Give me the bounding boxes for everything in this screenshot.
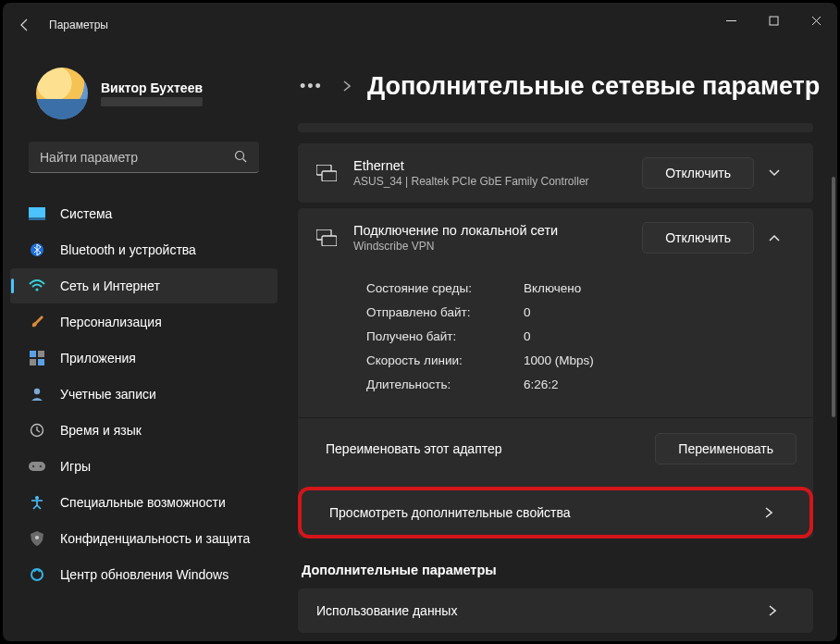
stat-value: 1000 (Mbps) [524,349,594,373]
stat-label: Длительность: [366,373,524,397]
gamepad-icon [29,458,45,475]
search-box[interactable] [29,142,259,173]
sidebar-item-accessibility[interactable]: Специальные возможности [10,485,278,520]
back-button[interactable] [14,14,36,36]
sidebar-item-privacy[interactable]: Конфиденциальность и защита [10,521,278,556]
sidebar-item-label: Время и язык [60,423,142,438]
adapter-row[interactable]: Подключение по локальной сети Windscribe… [298,208,813,267]
sidebar-item-label: Bluetooth и устройства [60,242,196,257]
sidebar-item-games[interactable]: Игры [10,449,278,484]
stat-label: Отправлено байт: [366,301,524,325]
apps-icon [29,350,45,366]
clock-icon [29,422,45,439]
sidebar-item-label: Игры [60,459,91,474]
sidebar-item-system[interactable]: Система [10,196,278,231]
adapter-ethernet: Ethernet ASUS_34 | Realtek PCIe GbE Fami… [298,143,813,203]
sidebar-item-label: Сеть и Интернет [60,279,160,293]
scrollbar[interactable] [832,177,835,417]
ethernet-icon [315,229,339,246]
disable-button[interactable]: Отключить [642,157,754,189]
chevron-up-icon[interactable] [769,234,797,242]
svg-point-15 [32,465,35,468]
svg-point-19 [31,569,43,580]
rename-label: Переименовать этот адаптер [326,441,642,456]
sidebar-item-label: Конфиденциальность и защита [60,531,250,546]
svg-rect-9 [38,351,44,357]
sidebar-item-personalization[interactable]: Персонализация [10,304,278,340]
breadcrumb: ••• Дополнительные сетевые параметр [296,47,837,105]
svg-rect-14 [29,462,45,471]
maximize-button[interactable] [752,3,795,38]
adapter-details: Состояние среды:Включено Отправлено байт… [298,267,813,417]
person-icon [29,386,45,402]
sidebar-item-label: Центр обновления Windows [60,567,229,582]
sidebar-item-label: Персонализация [60,315,162,329]
chevron-right-icon [769,605,797,616]
sidebar-item-bluetooth[interactable]: Bluetooth и устройства [10,232,278,267]
stat-value: 6:26:2 [524,373,559,397]
sidebar-item-accounts[interactable]: Учетные записи [10,377,278,412]
sidebar-item-label: Учетные записи [60,387,156,402]
stat-label: Скорость линии: [366,349,524,373]
profile[interactable]: Виктор Бухтеев [3,51,285,142]
svg-rect-10 [30,359,36,365]
close-button[interactable] [795,3,837,38]
adapter-title: Подключение по локальной сети [353,223,627,238]
rename-row: Переименовать этот адаптер Переименовать [298,417,813,481]
main: ••• Дополнительные сетевые параметр Ethe… [285,47,837,641]
collapsed-section[interactable] [298,123,813,132]
panel-area: Ethernet ASUS_34 | Realtek PCIe GbE Fami… [296,105,837,633]
svg-point-7 [35,288,38,291]
svg-point-12 [34,389,40,394]
sidebar-item-update[interactable]: Центр обновления Windows [10,557,278,592]
titlebar: Параметры [3,3,837,47]
svg-rect-4 [29,207,45,217]
wifi-icon [29,278,45,294]
window-controls [710,3,837,38]
svg-rect-8 [30,351,36,357]
page-title: Дополнительные сетевые параметр [367,72,820,101]
stat-value: 0 [524,301,531,325]
chevron-down-icon[interactable] [769,169,797,177]
view-additional-label: Просмотреть дополнительные свойства [329,505,752,520]
rename-button[interactable]: Переименовать [655,433,797,464]
profile-email [101,97,203,106]
sidebar-item-label: Система [60,206,112,221]
sidebar-item-apps[interactable]: Приложения [10,341,278,376]
search-icon [234,150,248,164]
disable-button[interactable]: Отключить [642,222,754,254]
stat-value: Включено [524,277,581,301]
nav: Система Bluetooth и устройства Сеть и Ин… [3,188,285,593]
ethernet-icon [315,165,339,181]
breadcrumb-more[interactable]: ••• [296,77,327,96]
sidebar-item-network[interactable]: Сеть и Интернет [10,268,278,303]
svg-line-3 [243,159,247,163]
adapter-sub: ASUS_34 | Realtek PCIe GbE Family Contro… [353,175,627,188]
window-title: Параметры [49,19,108,31]
data-usage-row[interactable]: Использование данных [298,588,813,633]
chevron-right-icon [765,507,793,518]
brush-icon [29,314,45,330]
stat-label: Состояние среды: [366,277,524,301]
data-usage-label: Использование данных [316,603,756,618]
sidebar-item-time-lang[interactable]: Время и язык [10,413,278,448]
settings-window: Параметры Виктор Бухтеев [3,3,837,641]
chevron-right-icon [343,80,351,92]
svg-rect-11 [38,359,44,365]
profile-name: Виктор Бухтеев [101,80,203,95]
extra-section-header: Дополнительные параметры [298,544,813,588]
svg-rect-1 [770,17,778,25]
adapter-local: Подключение по локальной сети Windscribe… [298,208,813,539]
stat-value: 0 [524,325,531,349]
view-additional-row[interactable]: Просмотреть дополнительные свойства [302,490,809,535]
accessibility-icon [29,494,45,511]
minimize-button[interactable] [710,3,752,38]
stat-label: Получено байт: [366,325,524,349]
sidebar: Виктор Бухтеев Система Bluetooth и устро… [3,47,285,641]
svg-rect-23 [322,236,337,246]
update-icon [29,566,45,583]
adapter-row[interactable]: Ethernet ASUS_34 | Realtek PCIe GbE Fami… [298,143,813,203]
search-input[interactable] [40,150,234,165]
content: Виктор Бухтеев Система Bluetooth и устро… [3,47,837,641]
adapter-sub: Windscribe VPN [353,240,627,253]
